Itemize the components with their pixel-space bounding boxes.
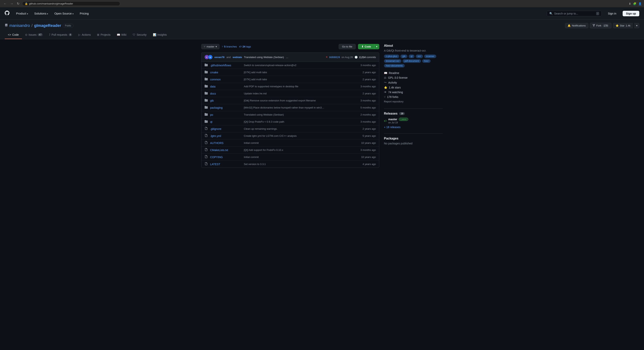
nav-pricing[interactable]: Pricing xyxy=(78,11,90,16)
download-icon: ⬇ xyxy=(629,2,631,5)
actions-icon: ▷ xyxy=(78,33,80,36)
solutions-chevron xyxy=(47,12,48,15)
browser-chrome: ← → ↻ 🔒 github.com/manisandro/gImageRead… xyxy=(0,0,644,8)
tab-security[interactable]: 🛡 Security xyxy=(130,31,150,39)
stars-link[interactable]: ⭐ 1.4k stars xyxy=(384,85,443,90)
repo-actions: 🔔 Notifications Fork 178 ⭐ Star 1.4k ▾ xyxy=(565,23,639,29)
table-row: qt [Qt] Drop PodoFo < 0.9.3 code path 3 … xyxy=(202,118,379,125)
file-commit-message: [Gtk] Remove source extension from sugge… xyxy=(244,99,358,102)
notifications-button[interactable]: 🔔 Notifications xyxy=(565,23,588,28)
tab-wiki[interactable]: 📖 Wiki xyxy=(114,31,130,39)
file-name[interactable]: CMakeLists.txt xyxy=(210,149,242,152)
sign-in-button[interactable]: Sign in xyxy=(606,11,619,16)
file-name[interactable]: qt xyxy=(210,120,242,123)
topic-tag[interactable]: pdf-document xyxy=(402,59,421,63)
star-button[interactable]: ⭐ Star 1.4k xyxy=(613,23,633,28)
readme-link[interactable]: 📖 Readme xyxy=(384,71,443,75)
address-bar[interactable]: 🔒 github.com/manisandro/gImageReader xyxy=(22,1,120,6)
license-link[interactable]: ⚖ GPL-3.0 license xyxy=(384,75,443,80)
tab-projects[interactable]: ⊞ Projects xyxy=(94,31,114,39)
file-name[interactable]: AUTHORS xyxy=(210,141,242,145)
file-name[interactable]: .github/workflows xyxy=(210,64,242,67)
tags-link[interactable]: 🏷 24 tags xyxy=(239,45,251,48)
topic-tag[interactable]: ocr xyxy=(416,55,423,58)
more-releases-link[interactable]: + 18 releases xyxy=(384,126,443,129)
refresh-button[interactable]: ↻ xyxy=(16,1,20,6)
tab-insights[interactable]: 📊 Insights xyxy=(150,31,170,39)
file-icon xyxy=(204,134,208,138)
issues-icon: ⊙ xyxy=(25,33,28,36)
repo-owner[interactable]: manisandro xyxy=(10,23,30,28)
go-to-file-button[interactable]: Go to file xyxy=(339,44,356,49)
tag-icon: 🏷 xyxy=(239,45,242,48)
file-name[interactable]: packaging xyxy=(210,106,242,109)
tab-pull-requests[interactable]: ⤴ Pull requests 4 xyxy=(46,31,76,39)
file-name[interactable]: po xyxy=(210,113,242,116)
file-name[interactable]: LATEST xyxy=(210,163,242,166)
commit-author[interactable]: eevan78 xyxy=(214,56,224,59)
file-name[interactable]: cmake xyxy=(210,71,242,74)
topic-tag[interactable]: gtk xyxy=(400,55,408,58)
back-button[interactable]: ← xyxy=(2,2,8,6)
file-commit-message: Initial commit xyxy=(244,156,359,159)
star-count-dropdown[interactable]: ▾ xyxy=(634,23,639,28)
code-button[interactable]: ⬇ Code xyxy=(358,44,374,49)
file-name[interactable]: gtk xyxy=(210,99,242,102)
code-icon: <> xyxy=(8,33,11,36)
activity-link[interactable]: 〜 Activity xyxy=(384,80,443,85)
browser-nav-controls[interactable]: ← → ↻ xyxy=(2,1,20,6)
search-bar[interactable]: 🔍 Search or jump to... / xyxy=(547,11,602,16)
repo-name[interactable]: gImageReader xyxy=(34,23,61,28)
file-name[interactable]: COPYING xyxy=(210,156,242,159)
topic-tag[interactable]: hocr-documents xyxy=(384,64,405,68)
branch-selector[interactable]: ⑂ master ▾ xyxy=(201,44,220,49)
latest-release[interactable]: 🏷 master Latest on Jul 19 xyxy=(384,118,443,124)
commit-hash[interactable]: 8d88828 xyxy=(329,56,340,59)
file-commit-message: [Win32] Place dictionaries below hunspel… xyxy=(244,106,358,109)
folder-icon xyxy=(204,92,208,95)
sidebar: About A Gtk/Qt front-end to tesseract-oc… xyxy=(384,44,443,168)
file-time: 5 years ago xyxy=(362,134,376,137)
file-time: 3 months ago xyxy=(360,149,376,151)
sign-up-button[interactable]: Sign up xyxy=(623,11,639,16)
file-name[interactable]: .lgtm.yml xyxy=(210,134,242,138)
tag-icon: 🏷 xyxy=(384,119,387,122)
topic-tag[interactable]: qt xyxy=(408,55,414,58)
star-icon: ⭐ xyxy=(616,24,619,27)
nav-solutions[interactable]: Solutions xyxy=(33,11,50,16)
product-chevron xyxy=(27,12,28,15)
topic-tag[interactable]: tesseract-ocr xyxy=(384,59,401,63)
github-logo[interactable] xyxy=(5,11,10,17)
file-browser: ⑂ master ▾ ⑂ 5 branches 🏷 24 tags Go to … xyxy=(201,44,379,168)
folder-icon xyxy=(204,120,208,124)
code-dropdown-button[interactable]: ▾ xyxy=(374,44,379,49)
forward-button[interactable]: → xyxy=(9,2,14,6)
chevron-icon: ▾ xyxy=(216,45,217,48)
branches-link[interactable]: ⑂ 5 branches xyxy=(222,45,237,48)
search-shortcut: / xyxy=(596,12,599,15)
commit-coauthor[interactable]: weblate xyxy=(233,56,242,59)
file-icon xyxy=(204,155,208,159)
file-name[interactable]: docs xyxy=(210,92,242,95)
topic-tag[interactable]: hocr xyxy=(422,59,430,63)
table-row: LATEST Set version to 3.3.1 4 years ago xyxy=(202,161,379,168)
file-commit-message: [Qt] Drop PodoFo < 0.9.3 code path xyxy=(244,120,358,123)
forks-link[interactable]: ⑂ 178 forks xyxy=(384,95,443,99)
file-name[interactable]: common xyxy=(210,78,242,81)
nav-product[interactable]: Product xyxy=(15,11,29,16)
topic-tag[interactable]: scanner xyxy=(424,55,436,58)
topic-tag[interactable]: c-plus-plus xyxy=(384,55,399,58)
avatar-group: e w xyxy=(204,55,212,59)
fork-button[interactable]: Fork 178 xyxy=(590,23,612,29)
tab-actions[interactable]: ▷ Actions xyxy=(75,31,94,39)
repo-tabs: <> Code ⊙ Issues 47 ⤴ Pull requests 4 ▷ … xyxy=(5,31,639,39)
tab-issues[interactable]: ⊙ Issues 47 xyxy=(22,31,46,39)
tab-code[interactable]: <> Code xyxy=(5,31,22,39)
nav-open-source[interactable]: Open Source xyxy=(53,11,74,16)
file-commit-message: Translated using Weblate (Serbian) xyxy=(244,113,358,116)
file-name[interactable]: .gitignore xyxy=(210,127,242,130)
file-icon xyxy=(204,141,208,145)
watchers-link[interactable]: 👁 74 watching xyxy=(384,90,443,95)
report-link[interactable]: Report repository xyxy=(384,99,443,104)
file-name[interactable]: data xyxy=(210,85,242,88)
